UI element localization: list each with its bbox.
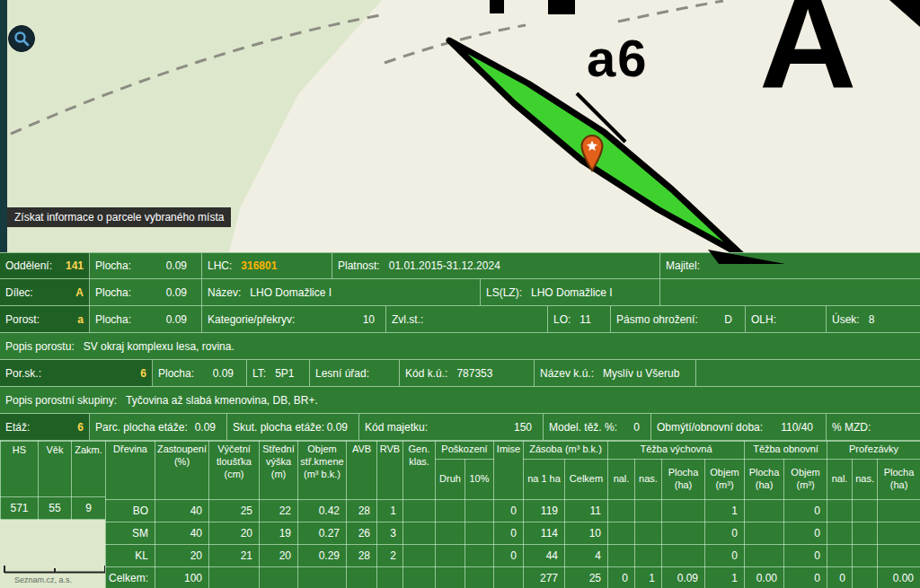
- lo-field: LO: 11: [548, 306, 611, 332]
- col-objem-kmene: Objem stř.kmene (m³ b.k.): [298, 442, 347, 500]
- total-row: Celkem:10027725010.0910.00000.00: [106, 566, 920, 588]
- col-vych-objem: Objem (m³): [705, 459, 745, 499]
- species-row-BO: BO4025220.4228101191110: [106, 499, 920, 522]
- stand-cell: 20: [260, 544, 298, 566]
- hs-value: 571: [1, 497, 39, 520]
- pasmo-label: Pásmo ohrožení:: [616, 313, 698, 326]
- total-label: Celkem:: [106, 566, 155, 588]
- stand-cell: 28: [347, 499, 377, 522]
- olh-field: OLH:: [746, 306, 827, 332]
- map-scale-bar: [4, 564, 107, 575]
- stand-cell: 10: [565, 522, 608, 544]
- lhc-value: 316801: [241, 259, 277, 272]
- stand-cell: 0: [827, 566, 853, 588]
- zakm-header: Zakm.: [72, 442, 106, 497]
- stand-cell: [403, 499, 436, 522]
- stand-cell: [662, 522, 705, 544]
- nazevku-label: Název k.ú.:: [540, 367, 594, 380]
- obmyti-label: Obmýtí/obnovní doba:: [657, 421, 763, 434]
- col-vycetni-tloustka: Výčetní tloušťka (cm): [209, 442, 260, 500]
- info-row-filler: [660, 279, 920, 305]
- col-vych-nal: nal.: [608, 459, 635, 499]
- stand-cell: 0: [494, 544, 524, 566]
- mzd-label: % MZD:: [832, 421, 871, 434]
- stand-cell: 4: [565, 544, 608, 566]
- plocha-field: Plocha: 0.09: [90, 253, 202, 278]
- col-vych-plocha: Plocha (ha): [662, 459, 705, 499]
- stand-cell: 0.00: [745, 566, 784, 588]
- skut-plocha-label: Skut. plocha etáže:: [233, 421, 324, 434]
- stand-cell: [209, 566, 260, 588]
- group-prorezavky: Prořezávky: [827, 442, 920, 460]
- stand-cell: 1: [635, 566, 662, 588]
- porsk-field: Por.sk.: 6: [0, 360, 153, 386]
- kod-majetku-label: Kód majetku:: [365, 421, 428, 434]
- stand-cell: [878, 499, 920, 522]
- info-row-filler: [696, 360, 920, 386]
- etaz-field: Etáž: 6: [0, 414, 90, 440]
- stand-cell: 0: [784, 522, 827, 544]
- kategorie-label: Kategorie/překryv:: [208, 313, 295, 326]
- stand-cell: [827, 499, 853, 522]
- col-stredni-vyska: Střední výška (m): [260, 442, 298, 500]
- lt-label: LT:: [252, 367, 266, 380]
- nazevku-field: Název k.ú.: Myslív u Všerub: [535, 360, 696, 386]
- col-celkem: Celkem: [565, 459, 608, 499]
- stand-cell: [465, 566, 494, 588]
- stand-cell: 0.09: [662, 566, 705, 588]
- stand-cell: 100: [155, 566, 209, 588]
- lt-value: 5P1: [275, 367, 294, 380]
- col-10pct: 10%: [465, 459, 494, 499]
- stand-cell: [608, 544, 635, 566]
- stand-cell: [260, 566, 298, 588]
- stand-summary-table: HS Věk Zakm. 571 55 9: [0, 441, 106, 520]
- nazev-value: LHO Domažlice I: [250, 286, 332, 299]
- stand-cell: [608, 522, 635, 544]
- platnost-value: 01.01.2015-31.12.2024: [389, 259, 500, 272]
- plocha-value: 0.09: [166, 313, 187, 326]
- stand-cell: [853, 544, 878, 566]
- stand-cell: [608, 499, 635, 522]
- lslz-field: LS(LZ): LHO Domažlice I: [481, 279, 660, 305]
- species-row-KL: KL2021200.29282044400: [106, 544, 920, 566]
- porost-value: a: [77, 313, 84, 326]
- plocha-value: 0.09: [166, 259, 187, 272]
- stand-cell: 0.42: [298, 499, 347, 522]
- parc-plocha-label: Parc. plocha etáže:: [95, 421, 188, 434]
- model-tez-field: Model. těž. %: 0: [544, 414, 651, 440]
- search-button[interactable]: [8, 25, 35, 52]
- map-attribution: Seznam.cz, a.s.: [14, 575, 72, 584]
- lslz-value: LHO Domažlice I: [531, 286, 613, 299]
- stand-cell: 20: [209, 522, 260, 544]
- parcel-label: a6: [587, 32, 649, 84]
- lesni-urad-field: Lesní úřad:: [310, 360, 400, 386]
- stand-cell: [662, 544, 705, 566]
- pasmo-field: Pásmo ohrožení: D: [611, 306, 746, 332]
- stand-cell: 40: [155, 522, 209, 544]
- stand-cell: [436, 522, 465, 544]
- info-row-etaz: Etáž: 6 Parc. plocha etáže: 0.09 Skut. p…: [0, 414, 920, 441]
- col-obn-plocha: Plocha (ha): [745, 459, 784, 499]
- obmyti-value: 110/40: [781, 421, 813, 434]
- stand-cell: [465, 522, 494, 544]
- dilec-field: Dílec: A: [0, 279, 90, 305]
- stand-cell: [494, 566, 524, 588]
- summary-header-row: HS Věk Zakm.: [1, 442, 106, 497]
- stand-cell: [403, 544, 436, 566]
- zakm-value: 9: [72, 497, 106, 520]
- skut-plocha-field: Skut. plocha etáže: 0.09: [227, 414, 359, 440]
- stand-cell: 2: [377, 544, 403, 566]
- lhc-label: LHC:: [208, 259, 232, 272]
- col-imise: Imise: [494, 442, 524, 500]
- oddeleni-field: Oddělení: 141: [0, 253, 90, 278]
- area-label: A: [759, 0, 856, 108]
- zvlst-label: Zvl.st.:: [392, 313, 423, 326]
- stand-cell: 20: [155, 544, 209, 566]
- mzd-field: % MZD:: [827, 414, 920, 440]
- stand-cell: 1: [705, 566, 745, 588]
- app-window: a6 A Seznam.cz, a.s. Získat informace o …: [0, 0, 920, 588]
- stand-cell: 25: [209, 499, 260, 522]
- col-pror-plocha: Plocha (ha): [878, 459, 920, 499]
- parc-plocha-field: Parc. plocha etáže: 0.09: [90, 414, 227, 440]
- stand-cell: 0.00: [878, 566, 920, 588]
